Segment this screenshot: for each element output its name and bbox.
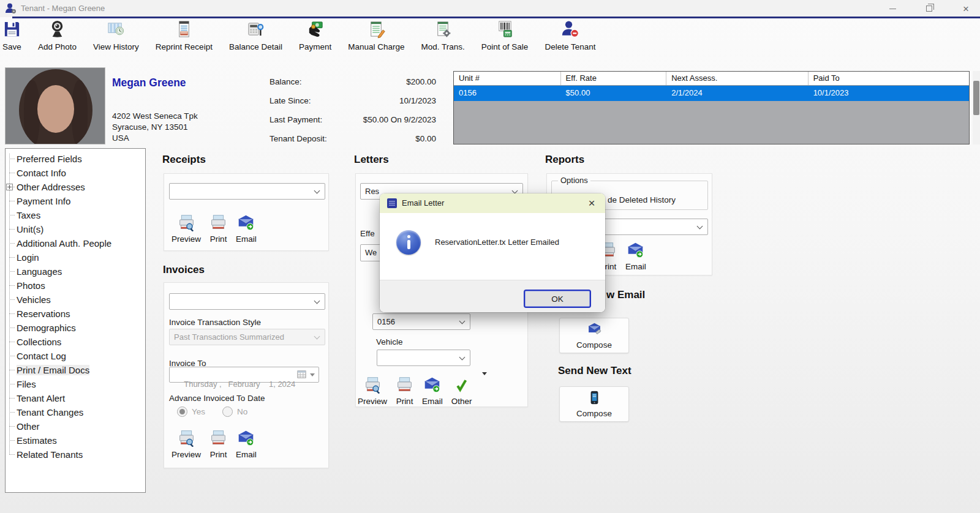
toolbar: Save Add Photo View History Reprint Rece…: [2, 20, 595, 55]
sidebar-item-login[interactable]: Login: [6, 250, 145, 264]
dialog-close-button[interactable]: ×: [583, 195, 600, 211]
sidebar-item-preferred-fields[interactable]: Preferred Fields: [6, 152, 145, 166]
invoices-heading: Invoices: [163, 264, 205, 276]
radio-no[interactable]: No: [222, 406, 247, 417]
sidebar-item-demographics[interactable]: Demographics: [6, 321, 145, 335]
reprint-receipt-button[interactable]: Reprint Receipt: [156, 20, 213, 51]
view-history-button[interactable]: View History: [93, 20, 139, 51]
ok-button[interactable]: OK: [524, 290, 591, 308]
col-paid-to: Paid To: [809, 72, 969, 85]
address-line-2: Syracuse, NY 13501: [112, 122, 198, 133]
sidebar-item-files[interactable]: Files: [6, 377, 145, 391]
sidebar-item-taxes[interactable]: Taxes: [6, 208, 145, 222]
dialog-footer: OK: [380, 280, 605, 312]
expand-plus-icon[interactable]: [6, 184, 13, 190]
info-icon: [396, 230, 421, 255]
restore-button[interactable]: [915, 0, 943, 17]
col-next-assess: Next Assess.: [666, 72, 808, 85]
balance-detail-button[interactable]: Balance Detail: [229, 20, 282, 51]
summary-row-last-payment: Last Payment:$50.00 On 9/2/2023: [270, 115, 436, 124]
invoices-buttons: Preview Print Email: [172, 429, 257, 459]
sidebar-item-reservations[interactable]: Reservations: [6, 307, 145, 321]
point-of-sale-button[interactable]: Point of Sale: [481, 20, 529, 51]
letters-email-button[interactable]: Email: [422, 376, 443, 406]
vertical-scrollbar[interactable]: [973, 71, 980, 144]
invoices-print-button[interactable]: Print: [209, 429, 227, 459]
sidebar-item-payment-info[interactable]: Payment Info: [6, 194, 145, 208]
receipts-preview-button[interactable]: Preview: [172, 214, 201, 244]
accent-line: [12, 17, 980, 18]
advance-invoiced-radio-group: Yes No: [177, 406, 247, 417]
letters-preview-button[interactable]: Preview: [358, 376, 387, 406]
other-split-caret-icon[interactable]: [482, 372, 487, 375]
dialog-app-icon: [387, 198, 397, 208]
chevron-down-icon: [459, 318, 466, 324]
receipts-dropdown[interactable]: [169, 183, 325, 200]
sidebar-item-tenant-changes[interactable]: Tenant Changes: [6, 405, 145, 419]
include-deleted-history-option[interactable]: de Deleted History: [608, 195, 676, 204]
minimize-icon: [889, 9, 896, 9]
chevron-down-icon: [314, 334, 320, 340]
invoices-email-button[interactable]: Email: [236, 429, 257, 459]
sidebar: Preferred Fields Contact Info Other Addr…: [5, 148, 146, 493]
letters-other-button[interactable]: Other: [451, 376, 472, 406]
tenant-name: Megan Greene: [112, 77, 186, 89]
unit-table-header: Unit # Eff. Rate Next Assess. Paid To: [454, 72, 969, 86]
radio-yes[interactable]: Yes: [177, 406, 205, 417]
save-button[interactable]: Save: [2, 20, 21, 51]
sidebar-item-tenant-alert[interactable]: Tenant Alert: [6, 391, 145, 405]
sidebar-item-collections[interactable]: Collections: [6, 335, 145, 349]
chevron-down-icon: [697, 223, 703, 230]
calendar-icon: [297, 370, 306, 379]
radio-unselected-icon: [222, 406, 233, 417]
receipts-email-button[interactable]: Email: [236, 214, 257, 244]
letter-unit-dropdown[interactable]: 0156: [372, 313, 470, 330]
compose-text-button[interactable]: Compose: [559, 386, 629, 422]
advance-invoiced-label: Advance Invoiced To Date: [169, 394, 265, 403]
receipts-heading: Receipts: [162, 154, 206, 166]
manual-charge-button[interactable]: Manual Charge: [348, 20, 404, 51]
invoice-to-date-picker[interactable]: Thursday , February 1, 2024: [169, 367, 319, 383]
table-row[interactable]: 0156 $50.00 2/1/2024 10/1/2023: [454, 86, 969, 101]
add-photo-button[interactable]: Add Photo: [38, 20, 77, 51]
unit-table: Unit # Eff. Rate Next Assess. Paid To 01…: [453, 71, 970, 144]
tenant-photo-portrait: [19, 69, 92, 144]
sidebar-item-vehicles[interactable]: Vehicles: [6, 293, 145, 307]
summary-row-tenant-deposit: Tenant Deposit:$0.00: [270, 134, 436, 143]
sidebar-item-other-addresses[interactable]: Other Addresses: [6, 180, 145, 194]
balance-summary: Balance:$200.00 Late Since:10/1/2023 Las…: [270, 77, 436, 143]
sidebar-item-related-tenants[interactable]: Related Tenants: [6, 447, 145, 462]
invoice-transaction-style-dropdown[interactable]: Past Transactions Summarized: [169, 329, 325, 345]
sidebar-item-other[interactable]: Other: [6, 419, 145, 433]
reports-email-button[interactable]: Email: [625, 241, 646, 271]
point-of-sale-icon: [496, 20, 514, 41]
sidebar-item-languages[interactable]: Languages: [6, 264, 145, 279]
sidebar-item-print-email-docs[interactable]: Print / Email Docs: [6, 363, 145, 377]
close-button[interactable]: ×: [952, 0, 980, 17]
tenant-window: Tenant - Megan Greene × Save Add Photo V…: [0, 0, 980, 513]
sidebar-item-units[interactable]: Unit(s): [6, 222, 145, 236]
minimize-button[interactable]: [878, 0, 907, 17]
letters-print-button[interactable]: Print: [396, 376, 413, 406]
close-icon: ×: [588, 197, 595, 210]
invoices-dropdown[interactable]: [169, 293, 325, 310]
compose-email-button[interactable]: Compose: [559, 318, 629, 353]
compose-email-icon: [587, 321, 602, 339]
sidebar-item-estimates[interactable]: Estimates: [6, 433, 145, 447]
mod-trans-button[interactable]: Mod. Trans.: [421, 20, 465, 51]
delete-tenant-button[interactable]: Delete Tenant: [545, 20, 595, 51]
close-icon: ×: [963, 4, 969, 14]
sidebar-item-contact-info[interactable]: Contact Info: [6, 166, 145, 180]
scrollbar-thumb[interactable]: [973, 81, 979, 115]
sidebar-item-additional-auth-people[interactable]: Additional Auth. People: [6, 236, 145, 250]
receipts-print-button[interactable]: Print: [209, 214, 227, 244]
reports-heading: Reports: [545, 154, 584, 166]
sidebar-item-contact-log[interactable]: Contact Log: [6, 349, 145, 363]
invoices-preview-button[interactable]: Preview: [172, 429, 201, 459]
email-icon: [237, 429, 255, 449]
chevron-down-icon: [314, 298, 320, 304]
dialog-title-bar: Email Letter ×: [380, 193, 605, 213]
vehicle-dropdown[interactable]: [377, 350, 470, 366]
payment-button[interactable]: Payment: [299, 20, 331, 51]
sidebar-item-photos[interactable]: Photos: [6, 279, 145, 293]
